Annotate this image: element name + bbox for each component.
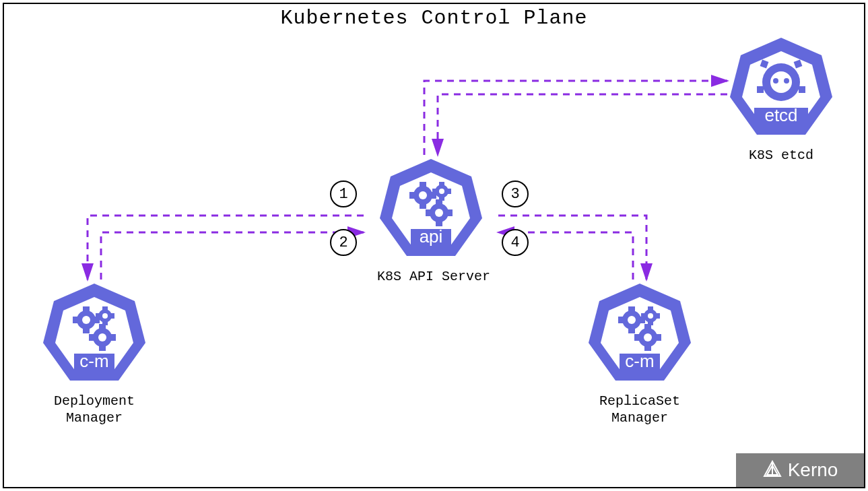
svg-point-62: [648, 313, 653, 319]
svg-point-20: [439, 189, 444, 194]
svg-rect-49: [99, 346, 106, 351]
svg-point-35: [82, 316, 90, 324]
svg-rect-28: [436, 221, 442, 226]
svg-point-5: [784, 78, 789, 84]
svg-rect-30: [447, 209, 453, 216]
step-3-badge: 3: [502, 181, 529, 207]
svg-rect-44: [96, 313, 100, 319]
deployment-manager-label: Deployment Manager: [40, 393, 148, 426]
step-2-badge: 2: [330, 229, 357, 256]
diagram-title: Kubernetes Control Plane: [0, 7, 868, 30]
step-4-badge: 4: [502, 229, 529, 256]
kerno-logo-icon: [762, 460, 782, 480]
replicaset-manager-icon: c-m: [586, 280, 694, 387]
node-replicaset-manager: c-m ReplicaSet Manager: [586, 280, 694, 426]
svg-rect-23: [432, 189, 436, 194]
svg-rect-17: [409, 192, 415, 199]
svg-point-47: [98, 333, 106, 341]
svg-rect-21: [439, 182, 444, 186]
cm-badge-text-2: c-m: [625, 351, 654, 371]
step-1-badge: 1: [330, 181, 357, 207]
svg-rect-8: [757, 86, 764, 93]
svg-rect-48: [99, 324, 106, 329]
svg-rect-70: [644, 346, 651, 351]
svg-rect-24: [447, 189, 451, 194]
svg-point-26: [435, 209, 443, 217]
svg-rect-65: [641, 313, 645, 319]
svg-rect-42: [102, 306, 108, 310]
etcd-badge-text: etcd: [764, 105, 797, 125]
svg-rect-16: [420, 203, 426, 209]
svg-rect-51: [110, 334, 116, 341]
svg-rect-72: [656, 334, 661, 341]
svg-rect-45: [110, 313, 114, 319]
svg-rect-36: [83, 306, 90, 312]
node-etcd: etcd K8S etcd: [727, 34, 835, 164]
node-deployment-manager: c-m Deployment Manager: [40, 280, 148, 426]
svg-rect-50: [89, 334, 94, 341]
cm-badge-text-1: c-m: [79, 351, 108, 371]
replicaset-manager-label: ReplicaSet Manager: [586, 393, 694, 426]
deployment-manager-icon: c-m: [40, 280, 148, 387]
svg-rect-69: [644, 324, 651, 329]
api-label: K8S API Server: [377, 268, 490, 285]
etcd-label: K8S etcd: [727, 147, 835, 164]
svg-rect-66: [656, 313, 660, 319]
svg-rect-63: [648, 306, 653, 310]
svg-rect-37: [83, 328, 90, 333]
brand-text: Kerno: [788, 459, 838, 481]
svg-rect-71: [634, 334, 640, 341]
etcd-icon: etcd: [727, 34, 835, 141]
svg-rect-58: [628, 328, 635, 333]
svg-point-41: [102, 313, 108, 319]
svg-point-56: [628, 316, 636, 324]
svg-rect-57: [628, 306, 635, 312]
svg-rect-15: [420, 182, 426, 187]
brand-watermark: Kerno: [736, 453, 864, 487]
api-server-icon: api: [377, 155, 485, 263]
node-api-server: api K8S API Server: [377, 155, 490, 285]
svg-point-4: [773, 78, 778, 84]
svg-rect-59: [618, 317, 624, 323]
svg-rect-29: [426, 209, 431, 216]
svg-rect-9: [799, 86, 805, 93]
api-badge-text: api: [420, 226, 443, 247]
svg-point-14: [419, 191, 427, 199]
svg-rect-27: [436, 199, 442, 205]
svg-rect-38: [73, 317, 78, 323]
svg-point-68: [644, 333, 652, 341]
